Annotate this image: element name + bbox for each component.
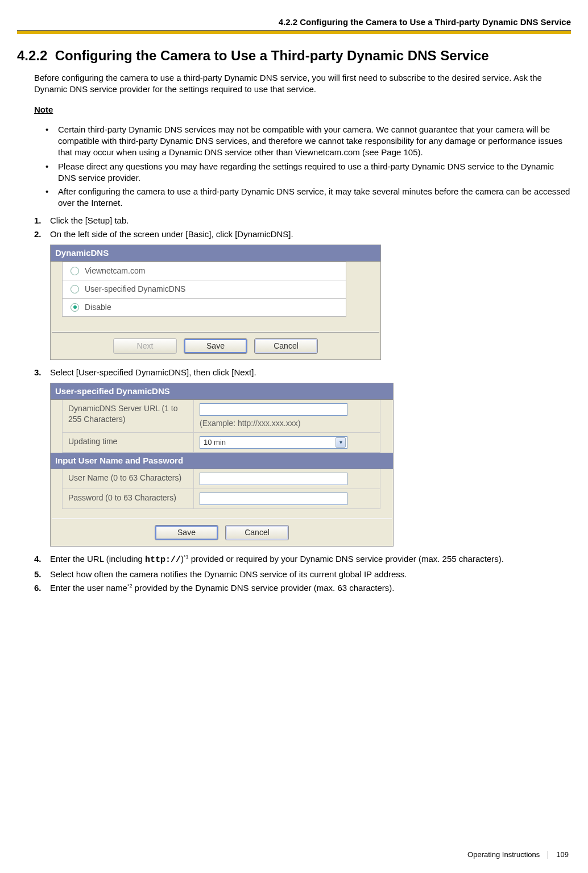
panel-title: DynamicDNS: [51, 245, 380, 262]
footer-divider: [548, 851, 548, 859]
radio-label: Viewnetcam.com: [85, 266, 145, 276]
note-list: Certain third-party Dynamic DNS services…: [45, 124, 571, 209]
page-header: 4.2.2 Configuring the Camera to Use a Th…: [17, 17, 571, 27]
form-label-username: User Name (0 to 63 Characters): [62, 469, 194, 489]
step-item: Select how often the camera notifies the…: [34, 569, 571, 580]
step-item: Click the [Setup] tab.: [34, 215, 571, 226]
url-example-text: (Example: http://xxx.xxx.xxx): [200, 418, 374, 429]
cancel-button[interactable]: Cancel: [225, 525, 289, 540]
intro-paragraph: Before configuring the camera to use a t…: [34, 72, 571, 96]
next-button: Next: [113, 338, 177, 354]
save-button[interactable]: Save: [184, 338, 247, 354]
userspecified-panel: User-specified DynamicDNS DynamicDNS Ser…: [50, 383, 394, 547]
radio-option-disable[interactable]: Disable: [62, 299, 346, 317]
heading-title: Configuring the Camera to Use a Third-pa…: [55, 48, 489, 63]
note-item: Certain third-party Dynamic DNS services…: [45, 124, 571, 159]
step-item: On the left side of the screen under [Ba…: [34, 229, 571, 240]
note-label: Note: [34, 104, 571, 115]
dynamicdns-panel: DynamicDNS Viewnetcam.com User-specified…: [50, 245, 381, 360]
chevron-down-icon: ▾: [336, 437, 346, 448]
radio-icon: [71, 303, 79, 312]
select-value: 10 min: [204, 437, 226, 448]
save-button[interactable]: Save: [155, 525, 218, 540]
page-footer: Operating Instructions 109: [467, 850, 569, 859]
form-label-password: Password (0 to 63 Characters): [62, 489, 194, 508]
radio-icon: [71, 285, 79, 293]
form-label-url: DynamicDNS Server URL (1 to 255 Characte…: [62, 400, 194, 432]
updating-time-select[interactable]: 10 min ▾: [200, 436, 347, 449]
form-label-updating: Updating time: [62, 433, 194, 452]
heading-number: 4.2.2: [17, 48, 47, 63]
footer-label: Operating Instructions: [467, 850, 540, 859]
header-rule: [17, 30, 571, 34]
radio-label: User-specified DynamicDNS: [85, 284, 185, 295]
password-input[interactable]: [200, 493, 347, 505]
note-item: After configuring the camera to use a th…: [45, 186, 571, 209]
page-number: 109: [556, 850, 569, 859]
username-input[interactable]: [200, 473, 347, 485]
section-heading: 4.2.2 Configuring the Camera to Use a Th…: [17, 48, 571, 64]
panel-subtitle: Input User Name and Password: [51, 453, 393, 469]
radio-icon: [71, 267, 79, 275]
note-item: Please direct any questions you may have…: [45, 161, 571, 184]
server-url-input[interactable]: [200, 403, 347, 416]
radio-label: Disable: [85, 302, 111, 313]
radio-option-userspecified[interactable]: User-specified DynamicDNS: [62, 280, 346, 299]
radio-option-viewnetcam[interactable]: Viewnetcam.com: [62, 262, 346, 280]
step-item: Enter the user name*2 provided by the Dy…: [34, 582, 571, 594]
cancel-button[interactable]: Cancel: [254, 338, 318, 354]
panel-title: User-specified DynamicDNS: [51, 383, 393, 400]
step-item: Enter the URL (including http://)*1 prov…: [34, 553, 571, 566]
step-item: Select [User-specified DynamicDNS], then…: [34, 367, 571, 378]
